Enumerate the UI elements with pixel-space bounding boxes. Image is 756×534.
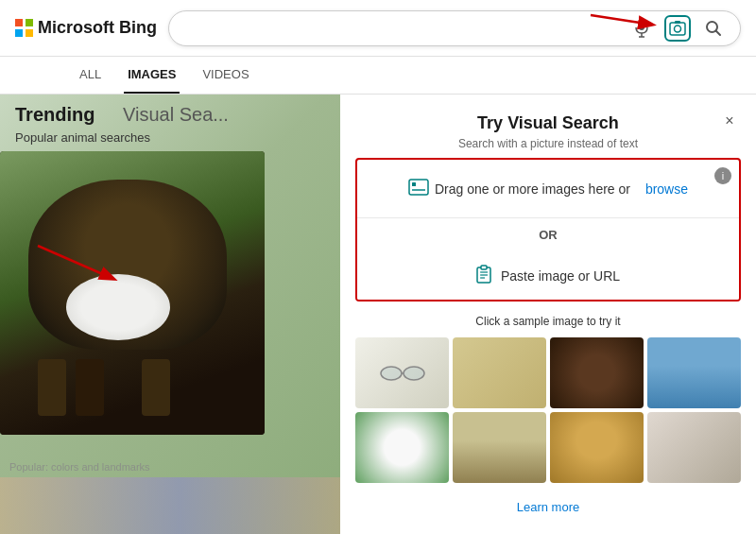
close-button[interactable]: × bbox=[718, 110, 741, 132]
panel-subtitle: Search with a picture instead of text bbox=[359, 137, 737, 150]
svg-rect-0 bbox=[639, 19, 644, 30]
sample-thumb-coffee[interactable] bbox=[550, 337, 644, 408]
sample-thumb-interior[interactable] bbox=[453, 337, 546, 408]
drag-text-label: Drag one or more images here or bbox=[435, 181, 630, 197]
bottom-hint: Popular: colors and landmarks bbox=[9, 461, 150, 473]
paste-button[interactable]: Paste image or URL bbox=[376, 265, 720, 286]
search-bar bbox=[168, 10, 741, 46]
paste-area[interactable]: Paste image or URL bbox=[357, 251, 739, 300]
svg-rect-3 bbox=[670, 23, 685, 35]
drag-area[interactable]: Drag one or more images here or browse i bbox=[357, 160, 739, 218]
trending-label: Trending bbox=[15, 104, 94, 126]
search-input[interactable] bbox=[182, 20, 628, 36]
camera-button[interactable] bbox=[664, 15, 691, 42]
search-icons bbox=[628, 15, 727, 42]
svg-rect-14 bbox=[481, 266, 487, 269]
svg-point-19 bbox=[404, 367, 424, 380]
drag-text: Drag one or more images here or browse bbox=[376, 179, 720, 198]
visual-search-panel: Try Visual Search Search with a picture … bbox=[340, 95, 756, 534]
svg-rect-5 bbox=[675, 21, 680, 24]
sample-thumb-sunglasses[interactable] bbox=[355, 337, 449, 408]
microphone-button[interactable] bbox=[628, 15, 655, 42]
left-background: Trending Visual Sea... Popular animal se… bbox=[0, 95, 378, 534]
bing-logo-icon bbox=[15, 19, 34, 38]
sample-thumb-table[interactable] bbox=[647, 412, 741, 483]
svg-point-4 bbox=[675, 26, 681, 32]
paste-label: Paste image or URL bbox=[501, 268, 620, 284]
tab-all[interactable]: ALL bbox=[76, 57, 105, 94]
upload-zone: Drag one or more images here or browse i… bbox=[355, 158, 741, 301]
popular-label: Popular animal searches bbox=[15, 130, 150, 145]
learn-more-link[interactable]: Learn more bbox=[517, 500, 579, 514]
panel-title: Try Visual Search bbox=[359, 113, 737, 133]
svg-point-18 bbox=[381, 367, 402, 380]
dog-image bbox=[0, 151, 265, 435]
header: Microsoft Bing bbox=[0, 0, 756, 57]
paste-icon bbox=[476, 265, 493, 286]
visual-search-label: Visual Sea... bbox=[123, 104, 229, 126]
sample-thumb-harbor[interactable] bbox=[647, 337, 741, 408]
browse-link[interactable]: browse bbox=[645, 181, 688, 197]
sample-section: Click a sample image to try it bbox=[340, 301, 756, 491]
sample-title: Click a sample image to try it bbox=[355, 315, 741, 328]
learn-more: Learn more bbox=[340, 491, 756, 523]
svg-line-7 bbox=[716, 30, 721, 35]
search-button[interactable] bbox=[700, 15, 727, 42]
info-icon[interactable]: i bbox=[714, 167, 731, 184]
panel-header: Try Visual Search Search with a picture … bbox=[340, 95, 756, 158]
bing-logo-text: Microsoft Bing bbox=[38, 18, 157, 38]
sample-thumb-dog2[interactable] bbox=[550, 412, 644, 483]
bottom-strip bbox=[0, 477, 359, 534]
bing-logo: Microsoft Bing bbox=[15, 18, 157, 38]
sample-grid bbox=[355, 337, 741, 483]
dog-red-arrow bbox=[28, 227, 142, 302]
sample-thumb-flower[interactable] bbox=[355, 412, 449, 483]
main-content: Trending Visual Sea... Popular animal se… bbox=[0, 95, 756, 534]
nav-tabs: ALL IMAGES VIDEOS bbox=[0, 57, 756, 95]
svg-rect-10 bbox=[409, 180, 428, 195]
drag-icon bbox=[408, 179, 429, 198]
sample-thumb-pyramid[interactable] bbox=[453, 412, 546, 483]
svg-rect-11 bbox=[412, 182, 416, 186]
or-divider: OR bbox=[357, 218, 739, 251]
tab-images[interactable]: IMAGES bbox=[124, 57, 180, 94]
tab-videos[interactable]: VIDEOS bbox=[198, 57, 252, 94]
